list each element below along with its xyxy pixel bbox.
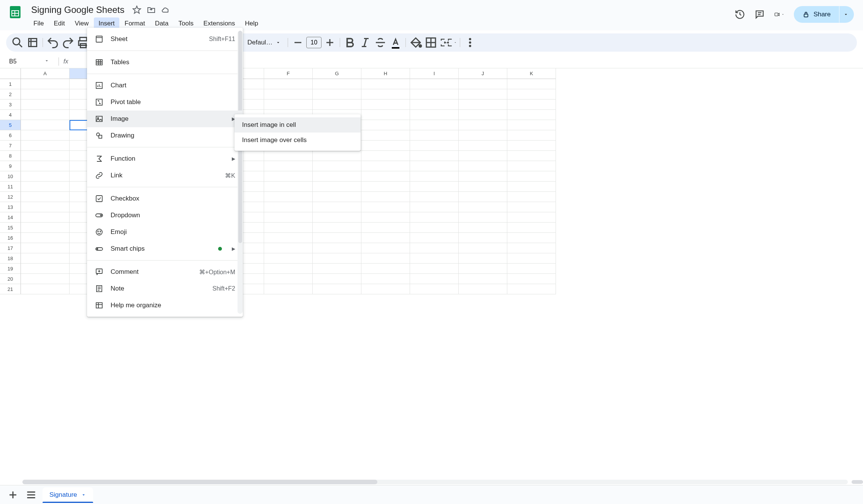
- cell[interactable]: [313, 100, 361, 110]
- cell[interactable]: [507, 223, 556, 233]
- cell[interactable]: [410, 284, 459, 294]
- cell[interactable]: [410, 192, 459, 202]
- cell[interactable]: [264, 223, 313, 233]
- cell[interactable]: [459, 79, 507, 89]
- cell[interactable]: [507, 253, 556, 264]
- text-color-icon[interactable]: [389, 36, 402, 49]
- cell[interactable]: [21, 100, 70, 110]
- cell[interactable]: [313, 202, 361, 212]
- cell[interactable]: [507, 120, 556, 130]
- redo-icon[interactable]: [61, 36, 75, 49]
- cell[interactable]: [361, 89, 410, 100]
- cell[interactable]: [361, 110, 410, 120]
- cell[interactable]: [361, 151, 410, 161]
- bold-icon[interactable]: [343, 36, 357, 49]
- cell[interactable]: [264, 233, 313, 243]
- column-header[interactable]: I: [410, 68, 459, 79]
- insert-menu-link[interactable]: Link⌘K: [87, 167, 243, 184]
- cell[interactable]: [459, 161, 507, 171]
- cell[interactable]: [313, 233, 361, 243]
- cell[interactable]: [21, 120, 70, 130]
- cell[interactable]: [507, 110, 556, 120]
- row-header[interactable]: 17: [0, 243, 21, 253]
- cell[interactable]: [313, 192, 361, 202]
- cell[interactable]: [21, 130, 70, 141]
- insert-menu-dropdown[interactable]: Dropdown: [87, 207, 243, 224]
- comment-history-icon[interactable]: [754, 9, 765, 20]
- cell[interactable]: [410, 182, 459, 192]
- cell[interactable]: [507, 243, 556, 253]
- row-header[interactable]: 6: [0, 130, 21, 141]
- cell[interactable]: [361, 192, 410, 202]
- sheet-tab[interactable]: Signature: [43, 487, 93, 502]
- borders-icon[interactable]: [424, 36, 438, 49]
- insert-menu-chart[interactable]: Chart: [87, 77, 243, 94]
- meet-button[interactable]: [774, 9, 785, 20]
- menu-edit[interactable]: Edit: [49, 17, 69, 30]
- cell[interactable]: [313, 182, 361, 192]
- cell[interactable]: [459, 233, 507, 243]
- cell[interactable]: [410, 243, 459, 253]
- cell[interactable]: [507, 192, 556, 202]
- cell[interactable]: [459, 171, 507, 182]
- insert-menu-checkbox[interactable]: Checkbox: [87, 190, 243, 207]
- cell[interactable]: [21, 202, 70, 212]
- cell[interactable]: [361, 264, 410, 274]
- row-header[interactable]: 10: [0, 171, 21, 182]
- cell[interactable]: [264, 192, 313, 202]
- column-header[interactable]: G: [313, 68, 361, 79]
- cell[interactable]: [507, 264, 556, 274]
- cell[interactable]: [459, 284, 507, 294]
- insert-menu-image[interactable]: Image▶: [87, 111, 243, 127]
- select-all-corner[interactable]: [0, 68, 21, 79]
- cell[interactable]: [264, 182, 313, 192]
- cell[interactable]: [361, 161, 410, 171]
- cell[interactable]: [361, 233, 410, 243]
- font-family-select[interactable]: Defaul…: [244, 39, 285, 46]
- cell[interactable]: [264, 274, 313, 284]
- cell[interactable]: [361, 130, 410, 141]
- cell[interactable]: [361, 253, 410, 264]
- cell[interactable]: [361, 171, 410, 182]
- cell[interactable]: [21, 89, 70, 100]
- cell[interactable]: [507, 130, 556, 141]
- horizontal-scrollbar[interactable]: [21, 479, 863, 485]
- cell[interactable]: [313, 253, 361, 264]
- cell[interactable]: [361, 284, 410, 294]
- insert-menu-pivot-table[interactable]: Pivot table: [87, 94, 243, 111]
- submenu-insert-image-over-cells[interactable]: Insert image over cells: [234, 133, 361, 148]
- cell[interactable]: [21, 223, 70, 233]
- cell[interactable]: [264, 89, 313, 100]
- cell[interactable]: [21, 192, 70, 202]
- cell[interactable]: [313, 264, 361, 274]
- cell[interactable]: [264, 100, 313, 110]
- row-header[interactable]: 5: [0, 120, 21, 130]
- insert-menu-comment[interactable]: Comment⌘+Option+M: [87, 264, 243, 280]
- cell[interactable]: [264, 151, 313, 161]
- cell[interactable]: [410, 141, 459, 151]
- column-header[interactable]: A: [21, 68, 70, 79]
- cell[interactable]: [507, 161, 556, 171]
- cell[interactable]: [361, 100, 410, 110]
- cell[interactable]: [410, 161, 459, 171]
- insert-menu-emoji[interactable]: Emoji: [87, 224, 243, 240]
- cell[interactable]: [21, 171, 70, 182]
- cell[interactable]: [21, 110, 70, 120]
- cell[interactable]: [313, 151, 361, 161]
- cell[interactable]: [264, 79, 313, 89]
- cell[interactable]: [361, 182, 410, 192]
- cell[interactable]: [21, 212, 70, 223]
- more-toolbar-icon[interactable]: [463, 36, 477, 49]
- insert-menu-function[interactable]: Function▶: [87, 150, 243, 167]
- cell[interactable]: [264, 212, 313, 223]
- cell[interactable]: [264, 202, 313, 212]
- cell[interactable]: [313, 223, 361, 233]
- cell[interactable]: [507, 202, 556, 212]
- insert-menu-sheet[interactable]: SheetShift+F11: [87, 31, 243, 47]
- cell[interactable]: [21, 274, 70, 284]
- strikethrough-icon[interactable]: [374, 36, 387, 49]
- row-header[interactable]: 20: [0, 274, 21, 284]
- cell[interactable]: [361, 202, 410, 212]
- row-header[interactable]: 12: [0, 192, 21, 202]
- cell[interactable]: [410, 120, 459, 130]
